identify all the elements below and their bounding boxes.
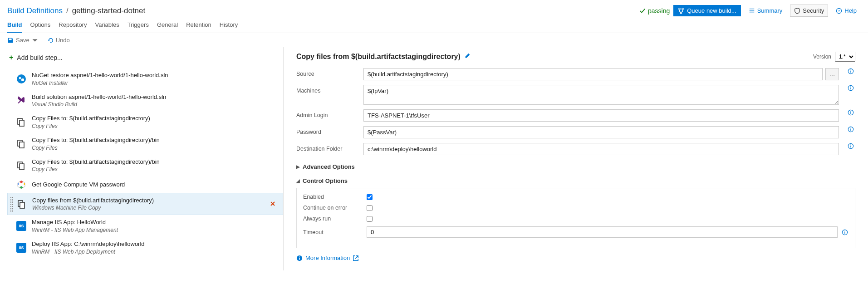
step-icon: IIS — [16, 243, 26, 253]
task-panel: Copy files from $(build.artifactstagingd… — [284, 47, 868, 270]
check-cont-err[interactable] — [367, 205, 373, 211]
label-password: Password — [296, 126, 356, 135]
build-step[interactable]: Copy files from $(build.artifactstagingd… — [7, 193, 283, 216]
build-step[interactable]: Copy Files to: $(build.artifactstagingdi… — [7, 133, 283, 155]
svg-point-1 — [682, 8, 684, 10]
page-header: Build Definitions / getting-started-dotn… — [0, 0, 868, 19]
step-title: Get Google Compute VM password — [32, 181, 265, 189]
delete-step-button[interactable] — [270, 201, 279, 208]
more-info-link[interactable]: More Information — [296, 255, 855, 261]
input-dest[interactable] — [363, 143, 839, 155]
svg-rect-26 — [850, 87, 851, 87]
steps-column: + Add build step... NuGet restore aspnet… — [0, 47, 284, 270]
step-text: Copy Files to: $(build.artifactstagingdi… — [32, 136, 265, 152]
header-actions: passing Queue new build... Summary Secur… — [639, 5, 861, 17]
section-advanced[interactable]: ▶ Advanced Options — [296, 160, 855, 174]
row-password: Password — [296, 126, 855, 138]
tab-variables[interactable]: Variables — [95, 21, 119, 33]
undo-button[interactable]: Undo — [47, 37, 70, 44]
svg-rect-31 — [850, 129, 851, 131]
input-source[interactable] — [363, 68, 823, 80]
step-text: Manage IIS App: HelloWorldWinRM - IIS We… — [32, 218, 265, 234]
build-status-text: passing — [648, 7, 670, 15]
step-text: Copy files from $(build.artifactstagingd… — [32, 196, 265, 212]
tab-triggers[interactable]: Triggers — [128, 21, 149, 33]
step-subtitle: WinRM - IIS Web App Management — [32, 226, 265, 234]
info-icon — [842, 229, 848, 235]
security-button[interactable]: Security — [790, 5, 828, 17]
label-dest: Destination Folder — [296, 143, 356, 152]
version-label: Version — [813, 54, 831, 60]
build-step[interactable]: Copy Files to: $(build.artifactstagingdi… — [7, 155, 283, 176]
step-icon — [16, 180, 26, 190]
browse-source-button[interactable]: … — [825, 68, 839, 80]
label-admin: Admin Login — [296, 109, 356, 118]
info-timeout[interactable] — [840, 229, 849, 235]
svg-point-0 — [679, 8, 681, 10]
tab-options[interactable]: Options — [30, 21, 51, 33]
tab-history[interactable]: History — [220, 21, 238, 33]
input-admin[interactable] — [363, 109, 839, 122]
breadcrumb-root[interactable]: Build Definitions — [7, 6, 63, 15]
info-icon — [848, 109, 854, 116]
info-password[interactable] — [846, 126, 855, 132]
save-button[interactable]: Save — [7, 37, 38, 44]
step-icon — [16, 117, 26, 127]
label-enabled: Enabled — [303, 194, 367, 200]
info-machines[interactable] — [846, 85, 855, 91]
save-icon — [7, 37, 14, 44]
save-label: Save — [16, 37, 29, 44]
build-step[interactable]: Get Google Compute VM password — [7, 176, 283, 193]
help-button[interactable]: ? Help — [832, 5, 861, 17]
add-build-step[interactable]: + Add build step... — [7, 50, 283, 68]
tab-build[interactable]: Build — [7, 21, 22, 33]
build-step[interactable]: IISDeploy IIS App: C:\winrm\deploy\hello… — [7, 237, 283, 259]
info-admin[interactable] — [846, 109, 855, 116]
svg-rect-7 — [21, 78, 24, 81]
info-source[interactable] — [846, 68, 855, 74]
step-text: NuGet restore aspnet/1-hello-world/1-hel… — [32, 71, 265, 87]
build-step[interactable]: NuGet restore aspnet/1-hello-world/1-hel… — [7, 68, 283, 90]
main: + Add build step... NuGet restore aspnet… — [0, 47, 868, 270]
info-icon — [296, 255, 303, 261]
info-icon — [848, 126, 854, 132]
input-machines[interactable]: $(IpVar) — [363, 85, 839, 105]
summary-button[interactable]: Summary — [745, 5, 787, 17]
step-title: Deploy IIS App: C:\winrm\deploy\hellowor… — [32, 240, 265, 248]
tab-repository[interactable]: Repository — [59, 21, 87, 33]
section-control[interactable]: ◢ Control Options — [296, 174, 855, 188]
build-step[interactable]: Copy Files to: $(build.artifactstagingdi… — [7, 111, 283, 133]
build-step[interactable]: Build solution aspnet/1-hello-world/1-he… — [7, 90, 283, 112]
row-machines: Machines $(IpVar) — [296, 85, 855, 105]
undo-label: Undo — [56, 37, 70, 44]
info-icon — [848, 143, 854, 149]
panel-title: Copy files from $(build.artifactstagingd… — [296, 53, 461, 61]
step-subtitle: NuGet Installer — [32, 79, 265, 87]
input-timeout[interactable] — [367, 226, 838, 238]
label-source: Source — [296, 68, 356, 77]
edit-title-button[interactable] — [464, 53, 471, 61]
row-cont-err: Continue on error — [303, 205, 849, 211]
step-title: Manage IIS App: HelloWorld — [32, 218, 265, 226]
step-title: Copy Files to: $(build.artifactstagingdi… — [32, 136, 265, 144]
info-dest[interactable] — [846, 143, 855, 149]
queue-build-button[interactable]: Queue new build... — [673, 5, 740, 16]
step-subtitle: Copy Files — [32, 166, 265, 173]
svg-rect-9 — [20, 120, 24, 126]
check-enabled[interactable] — [367, 194, 373, 200]
version-select[interactable]: 1.* — [835, 52, 855, 62]
pencil-icon — [464, 53, 471, 59]
check-always[interactable] — [367, 216, 373, 222]
step-subtitle: Visual Studio Build — [32, 101, 265, 108]
row-timeout: Timeout — [303, 226, 849, 238]
step-text: Build solution aspnet/1-hello-world/1-he… — [32, 93, 265, 108]
row-admin: Admin Login — [296, 109, 855, 122]
step-icon — [17, 199, 27, 209]
branch-icon — [678, 8, 684, 14]
tab-general[interactable]: General — [157, 21, 178, 33]
list-icon — [749, 8, 755, 14]
tab-retention[interactable]: Retention — [186, 21, 211, 33]
build-step[interactable]: IISManage IIS App: HelloWorldWinRM - IIS… — [7, 215, 283, 237]
input-password[interactable] — [363, 126, 839, 138]
svg-rect-37 — [844, 231, 845, 233]
